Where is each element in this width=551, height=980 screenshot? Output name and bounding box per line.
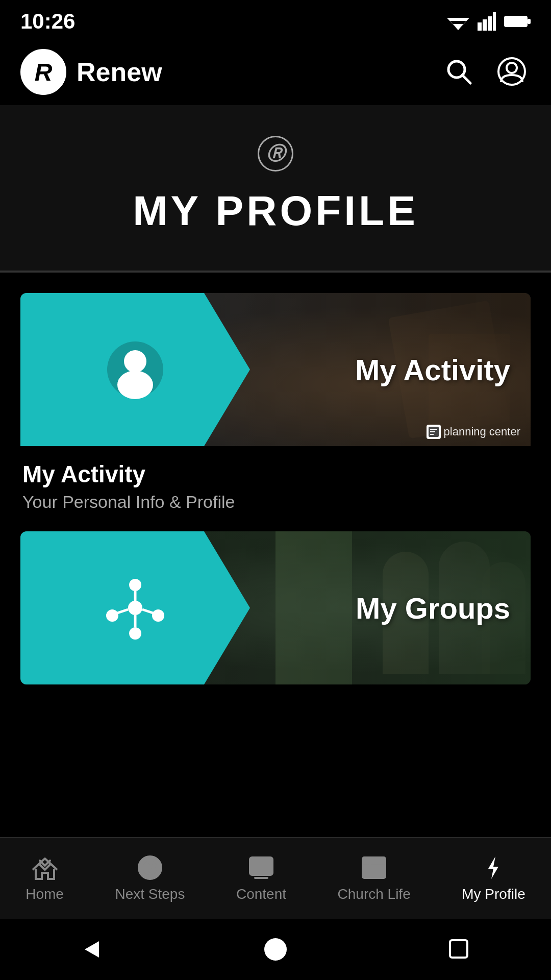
- svg-line-11: [462, 75, 470, 83]
- nav-church-life-label: Church Life: [338, 886, 411, 902]
- home-icon: [32, 854, 58, 881]
- header-actions: [440, 53, 531, 92]
- svg-rect-40: [379, 872, 383, 876]
- content-icon: [248, 854, 274, 881]
- app-logo: R: [20, 49, 66, 95]
- my-groups-image: My Groups: [20, 531, 531, 684]
- planning-badge-text: planning center: [444, 425, 520, 438]
- svg-rect-44: [450, 940, 467, 958]
- svg-point-43: [264, 938, 287, 961]
- battery-icon: [504, 14, 531, 29]
- svg-rect-9: [506, 17, 526, 26]
- svg-marker-42: [85, 941, 99, 958]
- my-activity-image: My Activity planning center: [20, 293, 531, 446]
- groups-teal-chevron: [20, 531, 250, 684]
- search-icon: [444, 57, 473, 86]
- nav-item-content[interactable]: Content: [226, 849, 296, 908]
- header-left: R Renew: [20, 49, 162, 95]
- nav-content-label: Content: [236, 886, 286, 902]
- svg-rect-4: [483, 19, 487, 31]
- activity-title: My Activity: [22, 460, 529, 488]
- svg-rect-5: [488, 16, 492, 31]
- nav-item-next-steps[interactable]: Next Steps: [105, 849, 195, 908]
- svg-marker-2: [453, 24, 463, 30]
- svg-line-24: [117, 609, 128, 613]
- next-steps-icon: [137, 854, 163, 881]
- svg-point-13: [507, 63, 517, 73]
- activity-person-icon: [105, 339, 166, 400]
- svg-point-16: [117, 371, 153, 399]
- back-icon: [79, 936, 105, 963]
- person-icon: [497, 57, 527, 86]
- logo-r-text: R: [35, 58, 53, 86]
- my-profile-icon: [480, 854, 507, 881]
- nav-my-profile-label: My Profile: [462, 886, 525, 902]
- svg-point-15: [124, 350, 146, 373]
- hero-section: Ⓡ MY PROFILE: [0, 105, 551, 271]
- svg-rect-36: [372, 866, 375, 869]
- svg-point-20: [106, 609, 118, 622]
- bottom-nav: Home Next Steps Content: [0, 837, 551, 919]
- planning-badge: planning center: [427, 425, 520, 439]
- svg-rect-6: [493, 12, 496, 31]
- app-name: Renew: [77, 57, 162, 87]
- hero-logo-r: Ⓡ: [266, 141, 285, 166]
- home-circle-icon: [262, 936, 289, 963]
- svg-rect-39: [372, 872, 375, 876]
- church-life-icon: [361, 854, 387, 881]
- content-area: My Activity planning center My Activity …: [0, 273, 551, 715]
- svg-rect-37: [379, 866, 383, 869]
- groups-card-label: My Groups: [356, 591, 510, 625]
- wifi-icon: [447, 13, 469, 30]
- activity-card-info: My Activity Your Personal Info & Profile: [20, 446, 531, 521]
- svg-point-18: [128, 601, 142, 615]
- profile-button[interactable]: [493, 53, 531, 92]
- recents-icon: [446, 936, 472, 963]
- activity-card-label: My Activity: [355, 353, 510, 387]
- app-header: R Renew: [0, 39, 551, 105]
- svg-point-21: [152, 609, 164, 622]
- nav-home-label: Home: [26, 886, 64, 902]
- svg-marker-41: [488, 856, 498, 879]
- svg-rect-8: [528, 19, 531, 24]
- nav-next-steps-label: Next Steps: [115, 886, 185, 902]
- android-nav: [0, 919, 551, 980]
- signal-icon: [478, 12, 496, 31]
- svg-point-19: [129, 579, 141, 591]
- home-circle-button[interactable]: [262, 936, 289, 963]
- page-title: MY PROFILE: [133, 187, 418, 235]
- svg-line-25: [142, 609, 153, 613]
- activity-subtitle: Your Personal Info & Profile: [22, 492, 529, 512]
- nav-item-my-profile[interactable]: My Profile: [452, 849, 535, 908]
- planning-icon: [427, 425, 441, 439]
- svg-rect-3: [478, 22, 482, 31]
- nav-item-church-life[interactable]: Church Life: [328, 849, 421, 908]
- svg-rect-35: [365, 866, 368, 869]
- nav-item-home[interactable]: Home: [15, 849, 74, 908]
- search-button[interactable]: [440, 53, 478, 92]
- my-groups-card[interactable]: My Groups: [20, 531, 531, 684]
- my-activity-card[interactable]: My Activity planning center My Activity …: [20, 293, 531, 521]
- status-bar: 10:26: [0, 0, 551, 39]
- svg-point-22: [129, 627, 141, 640]
- svg-rect-38: [365, 872, 368, 876]
- status-icons: [447, 12, 531, 31]
- back-button[interactable]: [79, 936, 105, 963]
- hero-logo: Ⓡ: [258, 136, 293, 172]
- groups-network-icon: [102, 575, 168, 641]
- activity-teal-chevron: [20, 293, 250, 446]
- recents-button[interactable]: [446, 936, 472, 963]
- status-time: 10:26: [20, 9, 75, 34]
